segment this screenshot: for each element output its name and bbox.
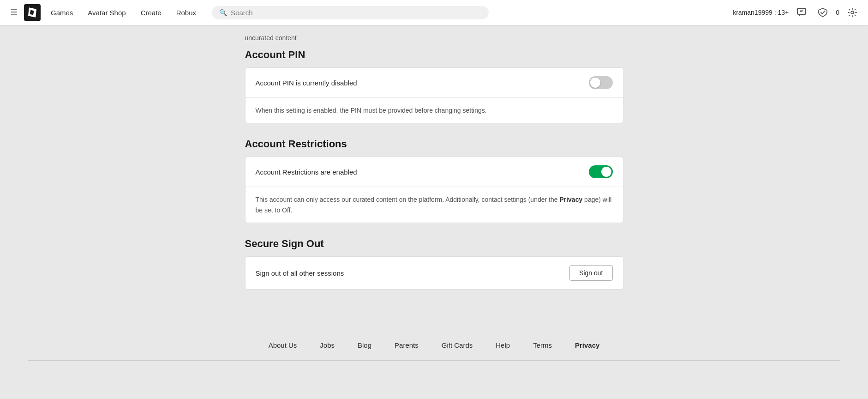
footer-link-terms[interactable]: Terms bbox=[533, 341, 552, 349]
sign-out-text: Sign out of all other sessions bbox=[256, 269, 344, 277]
account-pin-track bbox=[589, 76, 613, 89]
account-restrictions-thumb bbox=[601, 167, 611, 177]
settings-icon-btn[interactable] bbox=[844, 4, 861, 21]
nav-robux[interactable]: Robux bbox=[170, 6, 203, 19]
footer-link-about-us[interactable]: About Us bbox=[269, 341, 297, 349]
search-input[interactable] bbox=[231, 9, 481, 17]
shield-icon-btn[interactable] bbox=[814, 4, 831, 21]
footer-link-privacy[interactable]: Privacy bbox=[575, 341, 599, 349]
search-icon: 🔍 bbox=[219, 9, 227, 16]
account-restrictions-toggle[interactable] bbox=[589, 165, 613, 178]
hamburger-icon[interactable]: ☰ bbox=[7, 5, 20, 20]
username-label: kraman19999 : 13+ bbox=[733, 9, 789, 16]
uncurated-text: uncurated content bbox=[245, 25, 623, 49]
footer: About UsJobsBlogParentsGift CardsHelpTer… bbox=[0, 323, 868, 375]
privacy-link[interactable]: Privacy bbox=[559, 196, 582, 203]
account-pin-heading: Account PIN bbox=[245, 49, 623, 61]
account-restrictions-label: Account Restrictions are enabled bbox=[256, 168, 357, 176]
footer-link-gift-cards[interactable]: Gift Cards bbox=[442, 341, 473, 349]
nav-links: Games Avatar Shop Create Robux bbox=[44, 6, 203, 19]
secure-sign-out-heading: Secure Sign Out bbox=[245, 238, 623, 250]
chat-icon-btn[interactable] bbox=[793, 4, 810, 21]
navbar: ☰ Games Avatar Shop Create Robux 🔍 krama… bbox=[0, 0, 868, 25]
account-pin-thumb bbox=[590, 78, 600, 88]
account-pin-row: Account PIN is currently disabled bbox=[245, 68, 623, 97]
footer-link-blog[interactable]: Blog bbox=[358, 341, 371, 349]
account-pin-toggle[interactable] bbox=[589, 76, 613, 89]
account-pin-label: Account PIN is currently disabled bbox=[256, 79, 357, 87]
nav-create[interactable]: Create bbox=[134, 6, 168, 19]
roblox-logo[interactable] bbox=[24, 4, 41, 21]
account-restrictions-card: Account Restrictions are enabled This ac… bbox=[245, 157, 623, 223]
robux-display: 0 bbox=[836, 9, 839, 16]
description-before: This account can only access our curated… bbox=[256, 196, 560, 203]
account-restrictions-track bbox=[589, 165, 613, 178]
nav-games[interactable]: Games bbox=[44, 6, 79, 19]
footer-link-parents[interactable]: Parents bbox=[395, 341, 419, 349]
footer-link-help[interactable]: Help bbox=[496, 341, 510, 349]
nav-right: kraman19999 : 13+ 0 bbox=[733, 4, 861, 21]
svg-point-7 bbox=[851, 11, 854, 14]
footer-divider bbox=[28, 360, 840, 361]
nav-avatar-shop[interactable]: Avatar Shop bbox=[81, 6, 132, 19]
account-restrictions-description: This account can only access our curated… bbox=[245, 187, 623, 223]
search-bar[interactable]: 🔍 bbox=[212, 6, 489, 19]
svg-marker-6 bbox=[799, 14, 801, 17]
account-restrictions-row: Account Restrictions are enabled bbox=[245, 157, 623, 187]
main-content: uncurated content Account PIN Account PI… bbox=[227, 25, 642, 323]
account-restrictions-heading: Account Restrictions bbox=[245, 138, 623, 150]
account-pin-card: Account PIN is currently disabled When t… bbox=[245, 67, 623, 123]
footer-links: About UsJobsBlogParentsGift CardsHelpTer… bbox=[0, 341, 868, 349]
secure-sign-out-card: Sign out of all other sessions Sign out bbox=[245, 256, 623, 290]
account-pin-description: When this setting is enabled, the PIN mu… bbox=[245, 98, 623, 123]
footer-link-jobs[interactable]: Jobs bbox=[320, 341, 335, 349]
sign-out-button[interactable]: Sign out bbox=[569, 265, 612, 281]
secure-sign-out-row: Sign out of all other sessions Sign out bbox=[245, 257, 623, 289]
